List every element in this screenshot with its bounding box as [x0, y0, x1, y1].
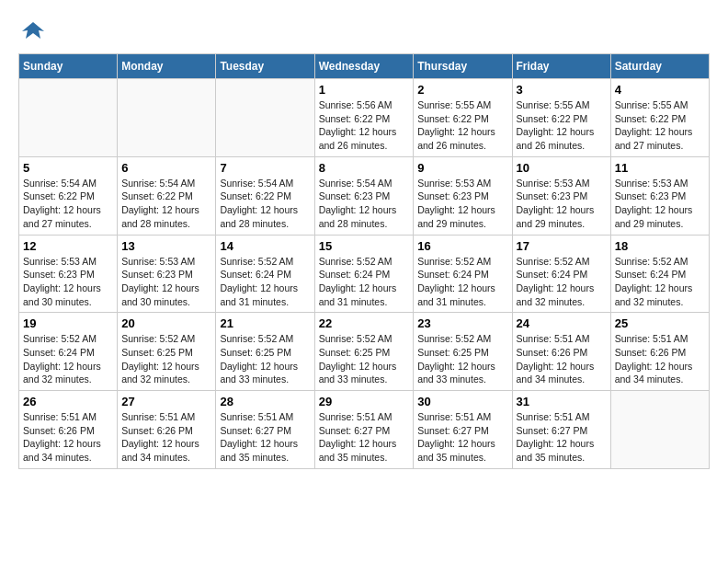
calendar-week-row: 12Sunrise: 5:53 AM Sunset: 6:23 PM Dayli…: [19, 235, 710, 313]
logo-bird-icon: [20, 18, 46, 44]
day-number: 2: [417, 83, 507, 97]
calendar-cell: 14Sunrise: 5:52 AM Sunset: 6:24 PM Dayli…: [216, 235, 314, 313]
calendar-cell: 2Sunrise: 5:55 AM Sunset: 6:22 PM Daylig…: [414, 79, 512, 157]
day-info: Sunrise: 5:53 AM Sunset: 6:23 PM Dayligh…: [517, 177, 607, 231]
day-info: Sunrise: 5:51 AM Sunset: 6:27 PM Dayligh…: [417, 410, 507, 465]
calendar-cell: 8Sunrise: 5:54 AM Sunset: 6:23 PM Daylig…: [314, 156, 414, 235]
calendar-cell: 17Sunrise: 5:52 AM Sunset: 6:24 PM Dayli…: [512, 235, 610, 313]
day-info: Sunrise: 5:52 AM Sunset: 6:24 PM Dayligh…: [615, 255, 705, 309]
calendar-week-row: 19Sunrise: 5:52 AM Sunset: 6:24 PM Dayli…: [19, 313, 710, 391]
calendar-week-row: 1Sunrise: 5:56 AM Sunset: 6:22 PM Daylig…: [19, 79, 710, 157]
day-info: Sunrise: 5:53 AM Sunset: 6:23 PM Dayligh…: [417, 177, 507, 231]
day-info: Sunrise: 5:51 AM Sunset: 6:27 PM Dayligh…: [220, 410, 310, 465]
day-info: Sunrise: 5:52 AM Sunset: 6:25 PM Dayligh…: [319, 332, 410, 386]
calendar-cell: 15Sunrise: 5:52 AM Sunset: 6:24 PM Dayli…: [314, 235, 414, 313]
calendar-week-row: 26Sunrise: 5:51 AM Sunset: 6:26 PM Dayli…: [19, 391, 710, 469]
day-number: 22: [319, 316, 410, 330]
weekday-header-monday: Monday: [118, 54, 216, 79]
day-info: Sunrise: 5:52 AM Sunset: 6:24 PM Dayligh…: [417, 255, 507, 309]
calendar-cell: 13Sunrise: 5:53 AM Sunset: 6:23 PM Dayli…: [118, 235, 216, 313]
weekday-header-friday: Friday: [512, 54, 610, 79]
calendar-cell: 4Sunrise: 5:55 AM Sunset: 6:22 PM Daylig…: [610, 79, 709, 157]
day-number: 29: [319, 395, 410, 408]
day-info: Sunrise: 5:52 AM Sunset: 6:24 PM Dayligh…: [319, 255, 410, 309]
calendar-cell: 10Sunrise: 5:53 AM Sunset: 6:23 PM Dayli…: [512, 156, 610, 235]
calendar-cell: 22Sunrise: 5:52 AM Sunset: 6:25 PM Dayli…: [314, 313, 414, 391]
calendar-cell: 31Sunrise: 5:51 AM Sunset: 6:27 PM Dayli…: [512, 391, 610, 469]
day-number: 4: [615, 83, 705, 97]
day-info: Sunrise: 5:54 AM Sunset: 6:22 PM Dayligh…: [220, 177, 310, 231]
day-info: Sunrise: 5:52 AM Sunset: 6:25 PM Dayligh…: [220, 332, 310, 386]
calendar-cell: 25Sunrise: 5:51 AM Sunset: 6:26 PM Dayli…: [610, 313, 709, 391]
day-number: 8: [319, 161, 410, 175]
day-info: Sunrise: 5:55 AM Sunset: 6:22 PM Dayligh…: [417, 98, 507, 153]
day-info: Sunrise: 5:51 AM Sunset: 6:26 PM Dayligh…: [615, 332, 705, 386]
day-number: 11: [615, 161, 705, 175]
page-header: [18, 18, 710, 44]
calendar-cell: 21Sunrise: 5:52 AM Sunset: 6:25 PM Dayli…: [216, 313, 314, 391]
day-number: 9: [417, 161, 507, 175]
day-number: 31: [517, 395, 607, 408]
day-info: Sunrise: 5:52 AM Sunset: 6:24 PM Dayligh…: [23, 332, 113, 386]
day-number: 25: [615, 316, 705, 330]
weekday-header-wednesday: Wednesday: [314, 54, 414, 79]
day-number: 27: [121, 395, 211, 408]
calendar-cell: 5Sunrise: 5:54 AM Sunset: 6:22 PM Daylig…: [19, 156, 118, 235]
day-number: 23: [417, 316, 507, 330]
calendar-week-row: 5Sunrise: 5:54 AM Sunset: 6:22 PM Daylig…: [19, 156, 710, 235]
day-number: 21: [220, 316, 310, 330]
calendar-cell: 30Sunrise: 5:51 AM Sunset: 6:27 PM Dayli…: [414, 391, 512, 469]
day-info: Sunrise: 5:53 AM Sunset: 6:23 PM Dayligh…: [121, 255, 211, 309]
calendar-cell: [610, 391, 709, 469]
calendar-cell: [19, 79, 118, 157]
day-number: 10: [517, 161, 607, 175]
calendar-cell: 3Sunrise: 5:55 AM Sunset: 6:22 PM Daylig…: [512, 79, 610, 157]
weekday-header-sunday: Sunday: [19, 54, 118, 79]
day-info: Sunrise: 5:54 AM Sunset: 6:23 PM Dayligh…: [319, 177, 410, 231]
day-info: Sunrise: 5:51 AM Sunset: 6:27 PM Dayligh…: [319, 410, 410, 465]
calendar-cell: 1Sunrise: 5:56 AM Sunset: 6:22 PM Daylig…: [314, 79, 414, 157]
calendar-cell: 19Sunrise: 5:52 AM Sunset: 6:24 PM Dayli…: [19, 313, 118, 391]
day-number: 19: [23, 316, 113, 330]
weekday-header-thursday: Thursday: [414, 54, 512, 79]
calendar-table: SundayMondayTuesdayWednesdayThursdayFrid…: [18, 53, 710, 469]
day-number: 6: [121, 161, 211, 175]
calendar-cell: 24Sunrise: 5:51 AM Sunset: 6:26 PM Dayli…: [512, 313, 610, 391]
day-number: 13: [121, 239, 211, 253]
calendar-cell: 26Sunrise: 5:51 AM Sunset: 6:26 PM Dayli…: [19, 391, 118, 469]
day-number: 26: [23, 395, 113, 408]
calendar-cell: [216, 79, 314, 157]
calendar-cell: 28Sunrise: 5:51 AM Sunset: 6:27 PM Dayli…: [216, 391, 314, 469]
calendar-cell: 23Sunrise: 5:52 AM Sunset: 6:25 PM Dayli…: [414, 313, 512, 391]
day-number: 17: [517, 239, 607, 253]
day-info: Sunrise: 5:54 AM Sunset: 6:22 PM Dayligh…: [23, 177, 113, 231]
day-info: Sunrise: 5:56 AM Sunset: 6:22 PM Dayligh…: [319, 98, 410, 153]
calendar-cell: 11Sunrise: 5:53 AM Sunset: 6:23 PM Dayli…: [610, 156, 709, 235]
day-info: Sunrise: 5:51 AM Sunset: 6:26 PM Dayligh…: [23, 410, 113, 465]
day-number: 28: [220, 395, 310, 408]
weekday-header-row: SundayMondayTuesdayWednesdayThursdayFrid…: [19, 54, 710, 79]
day-info: Sunrise: 5:52 AM Sunset: 6:24 PM Dayligh…: [220, 255, 310, 309]
calendar-cell: 6Sunrise: 5:54 AM Sunset: 6:22 PM Daylig…: [118, 156, 216, 235]
day-number: 16: [417, 239, 507, 253]
day-number: 12: [23, 239, 113, 253]
day-info: Sunrise: 5:54 AM Sunset: 6:22 PM Dayligh…: [121, 177, 211, 231]
day-number: 7: [220, 161, 310, 175]
calendar-cell: 12Sunrise: 5:53 AM Sunset: 6:23 PM Dayli…: [19, 235, 118, 313]
day-number: 24: [517, 316, 607, 330]
calendar-cell: 29Sunrise: 5:51 AM Sunset: 6:27 PM Dayli…: [314, 391, 414, 469]
day-number: 18: [615, 239, 705, 253]
day-info: Sunrise: 5:51 AM Sunset: 6:27 PM Dayligh…: [517, 410, 607, 465]
calendar-cell: 16Sunrise: 5:52 AM Sunset: 6:24 PM Dayli…: [414, 235, 512, 313]
calendar-cell: 27Sunrise: 5:51 AM Sunset: 6:26 PM Dayli…: [118, 391, 216, 469]
day-info: Sunrise: 5:53 AM Sunset: 6:23 PM Dayligh…: [23, 255, 113, 309]
day-info: Sunrise: 5:52 AM Sunset: 6:24 PM Dayligh…: [517, 255, 607, 309]
day-info: Sunrise: 5:52 AM Sunset: 6:25 PM Dayligh…: [121, 332, 211, 386]
weekday-header-saturday: Saturday: [610, 54, 709, 79]
day-number: 20: [121, 316, 211, 330]
day-info: Sunrise: 5:52 AM Sunset: 6:25 PM Dayligh…: [417, 332, 507, 386]
day-number: 15: [319, 239, 410, 253]
day-info: Sunrise: 5:51 AM Sunset: 6:26 PM Dayligh…: [517, 332, 607, 386]
calendar-cell: [118, 79, 216, 157]
day-info: Sunrise: 5:55 AM Sunset: 6:22 PM Dayligh…: [615, 98, 705, 153]
